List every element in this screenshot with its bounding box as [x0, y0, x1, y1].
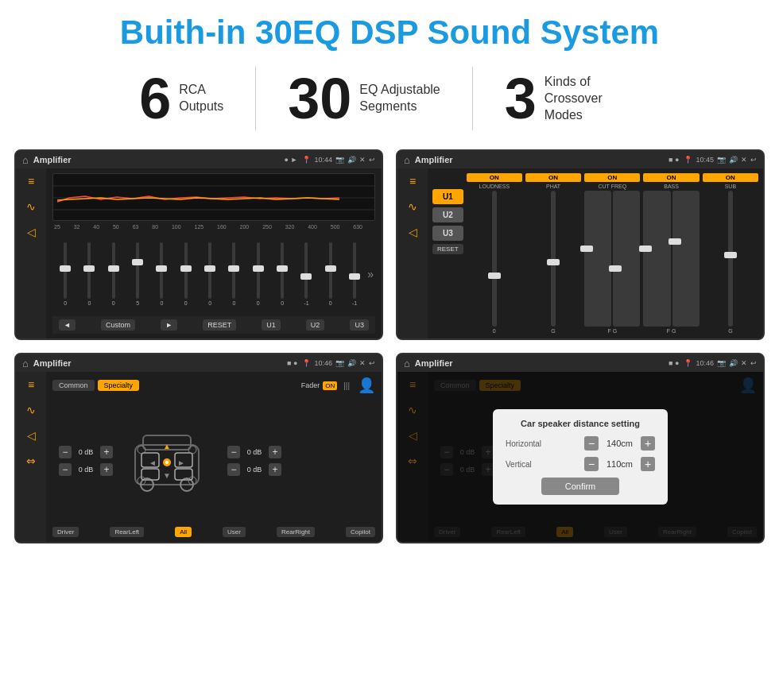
- next-button[interactable]: ►: [161, 319, 177, 331]
- location-icon-4: 📍: [684, 359, 692, 367]
- vertical-plus-btn[interactable]: +: [641, 457, 655, 471]
- slider-track-4[interactable]: [160, 242, 163, 299]
- slider-track-5[interactable]: [184, 242, 188, 299]
- db-plus-bl[interactable]: +: [100, 463, 113, 476]
- freq-32: 32: [74, 224, 80, 230]
- nav-eq-icon[interactable]: ≡: [28, 175, 34, 188]
- reset-button-2[interactable]: RESET: [432, 244, 463, 254]
- nav-wave-icon[interactable]: ∿: [26, 200, 36, 213]
- profile-icon-3[interactable]: 👤: [358, 377, 375, 394]
- freq-40: 40: [93, 224, 99, 230]
- slider-sub[interactable]: [728, 191, 733, 327]
- eq-slider-5: 0: [175, 242, 197, 306]
- back-icon-3: ↩: [369, 359, 375, 367]
- slider-track-12[interactable]: [353, 242, 356, 299]
- stat-label-crossover: Kinds ofCrossover Modes: [545, 74, 640, 123]
- reset-button-1[interactable]: RESET: [203, 319, 236, 331]
- slider-phat[interactable]: [551, 191, 556, 327]
- slider-track-6[interactable]: [208, 242, 211, 299]
- freq-500: 500: [331, 224, 340, 230]
- slider-track-3[interactable]: [136, 242, 139, 299]
- freq-125: 125: [194, 224, 203, 230]
- nav-vol-icon[interactable]: ◁: [27, 226, 36, 238]
- eq-slider-2: 0: [103, 242, 125, 306]
- eq-slider-12: -1: [343, 242, 366, 306]
- fader-panel: Common Specialty Fader ON ||| 👤 − 0 dB: [46, 372, 382, 542]
- db-minus-tl[interactable]: −: [59, 446, 72, 458]
- slider-track-0[interactable]: [64, 242, 67, 299]
- slider-track-9[interactable]: [281, 242, 284, 299]
- stat-crossover: 3 Kinds ofCrossover Modes: [473, 70, 672, 127]
- nav-wave-icon-3[interactable]: ∿: [26, 404, 36, 416]
- slider-track-7[interactable]: [232, 242, 235, 299]
- stats-row: 6 RCAOutputs 30 EQ AdjustableSegments 3 …: [0, 59, 779, 145]
- ctrl-label-phat: PHAT: [546, 184, 560, 189]
- home-icon-4: ⌂: [404, 358, 410, 369]
- slider-loudness[interactable]: [492, 191, 497, 327]
- db-plus-tl[interactable]: +: [100, 446, 113, 458]
- copilot-btn-3[interactable]: Copilot: [346, 527, 375, 537]
- rearleft-btn-3[interactable]: RearLeft: [110, 527, 144, 537]
- confirm-button[interactable]: Confirm: [541, 478, 620, 495]
- location-icon-1: 📍: [302, 156, 311, 164]
- nav-vol-icon-3[interactable]: ◁: [27, 429, 36, 442]
- eq-slider-8: 0: [247, 242, 269, 306]
- volume-icon-3: 🔊: [347, 359, 356, 367]
- status-bar-2: ⌂ Amplifier ■ ● 📍 10:45 📷 🔊 ✕ ↩: [397, 151, 763, 168]
- db-plus-br[interactable]: +: [269, 463, 281, 476]
- db-plus-tr[interactable]: +: [269, 446, 281, 458]
- slider-cutfreq-f[interactable]: [584, 191, 611, 327]
- screen-content-1: ≡ ∿ ◁: [16, 168, 382, 338]
- slider-track-8[interactable]: [257, 242, 260, 299]
- u1-select[interactable]: U1: [432, 189, 463, 204]
- vertical-minus-btn[interactable]: −: [584, 457, 599, 471]
- nav-eq-icon-3[interactable]: ≡: [28, 378, 34, 391]
- db-value-tr: 0 dB: [242, 448, 266, 456]
- db-minus-br[interactable]: −: [227, 463, 240, 476]
- side-nav-1: ≡ ∿ ◁: [16, 168, 46, 338]
- u2-button-1[interactable]: U2: [306, 319, 325, 331]
- rearright-btn-3[interactable]: RearRight: [277, 527, 315, 537]
- nav-wave-icon-2[interactable]: ∿: [408, 200, 417, 213]
- speaker-section: − 0 dB + − 0 dB +: [52, 397, 375, 524]
- slider-track-2[interactable]: [112, 242, 115, 299]
- volume-icon-1: 🔊: [347, 156, 356, 164]
- db-minus-bl[interactable]: −: [59, 463, 72, 476]
- prev-button[interactable]: ◄: [59, 319, 76, 331]
- all-btn-3[interactable]: All: [175, 527, 192, 537]
- horizontal-plus-btn[interactable]: +: [641, 436, 655, 451]
- horizontal-value: 140cm: [602, 439, 638, 448]
- u1-button-1[interactable]: U1: [262, 319, 281, 331]
- time-3: 10:46: [314, 359, 332, 367]
- nav-vol-icon-2[interactable]: ◁: [409, 226, 417, 238]
- nav-eq-icon-2[interactable]: ≡: [409, 175, 416, 188]
- db-minus-tr[interactable]: −: [227, 446, 240, 458]
- nav-arrows-icon-3[interactable]: ⇔: [26, 454, 36, 467]
- ctrl-sub: ON SUB G: [703, 173, 758, 334]
- dot-icons-4: ■ ●: [669, 359, 679, 367]
- slider-track-1[interactable]: [87, 242, 91, 299]
- eq-panel: 25 32 40 50 63 80 100 125 160 200 250 32…: [46, 168, 382, 338]
- custom-button[interactable]: Custom: [101, 319, 135, 331]
- camera-icon-2: 📷: [717, 156, 726, 164]
- slider-track-10[interactable]: [304, 242, 308, 299]
- horizontal-minus-btn[interactable]: −: [584, 436, 599, 451]
- slider-track-11[interactable]: [329, 242, 332, 299]
- dialog-box: Car speaker distance setting Horizontal …: [493, 409, 668, 505]
- freq-630: 630: [353, 224, 362, 230]
- slider-bass-f[interactable]: [643, 191, 670, 327]
- driver-btn-3[interactable]: Driver: [52, 527, 79, 537]
- u3-button-1[interactable]: U3: [350, 319, 369, 331]
- slider-bass-g[interactable]: [672, 191, 700, 327]
- ctrl-bass: ON BASS F G: [643, 173, 699, 334]
- controls-grid: ON LOUDNESS 0 ON PHAT G ON: [467, 173, 758, 334]
- dialog-measurement-vertical: − 110cm +: [584, 457, 655, 471]
- u2-select[interactable]: U2: [432, 207, 463, 222]
- u3-select[interactable]: U3: [432, 226, 463, 241]
- slider-cutfreq-g[interactable]: [613, 191, 640, 327]
- dialog-row-vertical: Vertical − 110cm +: [506, 457, 655, 471]
- specialty-tab[interactable]: Specialty: [98, 380, 140, 391]
- user-btn-3[interactable]: User: [223, 527, 246, 537]
- screen-content-4: ≡ ∿ ◁ ⇔ Common Specialty 👤 − 0 dB: [397, 372, 763, 542]
- common-tab[interactable]: Common: [52, 380, 95, 391]
